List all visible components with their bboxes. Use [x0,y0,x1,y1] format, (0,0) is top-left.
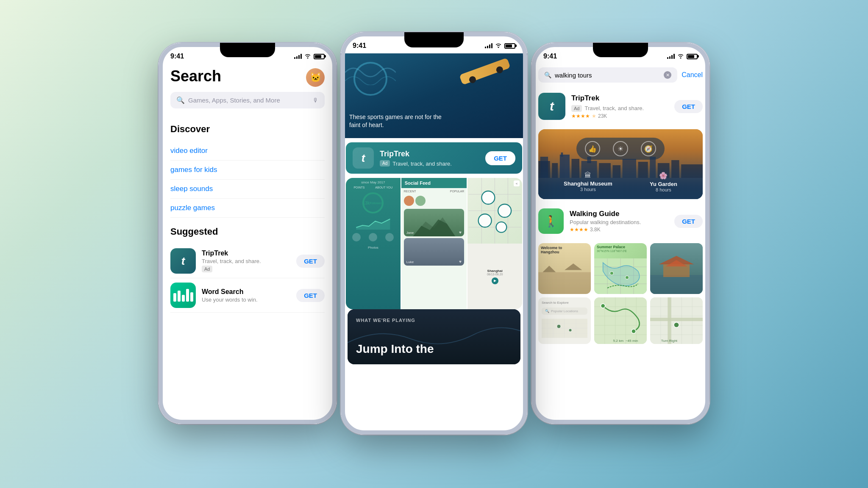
center-phone: 9:41 [341,32,527,435]
center-battery-icon [504,43,515,49]
triptrek-get-btn[interactable]: GET [296,255,325,268]
what-playing-title: Jump Into the [356,342,434,356]
center-triptrek-card[interactable]: t TripTrek Ad Travel, track, and share. … [346,142,522,174]
right-phone: 9:41 🔍 walking tours ✕ Cancel [531,43,709,424]
triptrek-result[interactable]: t TripTrek Ad Travel, track, and share. … [531,88,709,125]
svg-text:Turn Right: Turn Right [661,339,678,343]
search-placeholder: Games, Apps, Stories, and More [188,97,309,104]
walking-guide-get-btn[interactable]: GET [674,215,703,228]
svg-rect-40 [650,275,703,294]
screenshot-col-2: Social Feed RECENTPOPULAR Jane ♥ [401,178,467,309]
triptrek-result-name: TripTrek [571,94,668,103]
yu-garden-name: Yu Garden [650,181,677,187]
svg-point-77 [674,322,679,327]
center-get-btn[interactable]: GET [485,151,515,165]
app-item-triptrek[interactable]: t TripTrek Travel, track, and share. Ad … [170,244,325,278]
center-triptrek-info: TripTrek Ad Travel, track, and share. [380,150,479,167]
thumbnails-grid-2: Search to Explore 🔍 Popular Locations [538,297,703,344]
what-playing-banner: WHAT WE'RE PLAYING Jump Into the [348,309,520,364]
svg-point-37 [610,272,613,275]
thumb-search-explore[interactable]: Search to Explore 🔍 Popular Locations [538,297,591,344]
wordsearch-icon [170,283,196,308]
battery-icon [314,54,325,59]
svg-point-11 [479,214,492,227]
yu-garden-hours: 8 hours [650,187,677,192]
screenshots-preview: since May 2017 POINTSABOUT YOU 13kFollow… [346,178,522,309]
right-search-icon: 🔍 [544,72,551,78]
signal-icon [294,54,302,59]
mic-icon: 🎙 [313,97,319,104]
wordsearch-info: Word Search Use your words to win. [202,288,290,303]
hero-banner-text: These sports games are not for the faint… [349,113,442,130]
triptrek-result-ad: Ad [571,105,582,112]
discover-item-1[interactable]: video editor [170,141,325,161]
center-triptrek-name: TripTrek [380,150,479,158]
triptrek-reviews: 23K [598,113,607,119]
triptrek-ad-badge: Ad [202,266,212,272]
walking-guide-desc: Popular walking destinations. [570,219,668,225]
center-signal-icon [485,43,492,48]
suggested-title: Suggested [170,226,325,237]
right-status-icons [667,53,698,60]
svg-point-38 [625,276,629,279]
right-time: 9:41 [543,53,557,60]
avatar: 🐱 [306,68,325,87]
search-title: Search [170,67,221,85]
center-status-icons [485,42,515,50]
left-screen: Search 🐱 🔍 Games, Apps, Stories, and Mor… [159,64,337,424]
what-playing-label: WHAT WE'RE PLAYING [356,318,415,323]
screenshot-col-3: < Shanghai 08/13-08.20 ▶ [467,178,522,309]
featured-overlay: 🏛 Shanghai Museum 3 hours 🌸 Yu Garden 8 … [538,165,703,199]
wordsearch-get-btn[interactable]: GET [296,289,325,302]
thumb-route-map[interactable]: 5.2 km ~45 min [594,297,647,344]
left-notch [220,43,275,57]
triptrek-result-info: TripTrek Ad Travel, track, and share. ★★… [571,94,668,119]
walking-guide-reviews: 3.8K [590,227,601,233]
right-notch [593,43,648,57]
walking-guide-icon: 🚶 [538,208,564,234]
search-results-header: 🔍 walking tours ✕ Cancel [531,64,709,88]
discover-title: Discover [170,124,325,135]
shanghai-museum-place: 🏛 Shanghai Museum 3 hours [564,172,612,192]
svg-point-63 [632,329,636,333]
center-app-card: t TripTrek Ad Travel, track, and share. … [346,142,522,174]
discover-item-4[interactable]: puzzle games [170,199,325,218]
svg-point-62 [601,304,605,308]
center-notch [404,32,464,47]
walking-guide-item[interactable]: 🚶 Walking Guide Popular walking destinat… [531,203,709,239]
discover-item-3[interactable]: sleep sounds [170,180,325,199]
walking-guide-info: Walking Guide Popular walking destinatio… [570,210,668,233]
yu-garden-place: 🌸 Yu Garden 8 hours [650,172,677,192]
featured-banner: 👍 ☀ 🧭 [538,129,703,199]
svg-point-10 [498,204,511,217]
suggested-section: Suggested t TripTrek Travel, track, and … [159,226,337,313]
thumb-welcome[interactable]: Welcome to Hangzhou [538,243,591,294]
triptrek-result-get-btn[interactable]: GET [674,100,703,113]
wifi-icon [304,53,311,60]
triptrek-info: TripTrek Travel, track, and share. Ad [202,250,290,272]
search-input-value: walking tours [555,72,660,79]
search-input-filled[interactable]: 🔍 walking tours ✕ [538,67,677,83]
phones-container: 9:41 Search 🐱 [137,22,731,466]
cancel-search-btn[interactable]: Cancel [682,71,703,79]
center-triptrek-icon: t [353,147,374,169]
shanghai-museum-hours: 3 hours [564,187,612,192]
clear-search-btn[interactable]: ✕ [664,71,671,79]
center-time: 9:41 [353,42,366,50]
center-triptrek-ad: Ad Travel, track, and share. [380,160,452,167]
thumb-summer-palace-map[interactable]: Summer Palace 30°N15'N 116°N07.0'E [594,243,647,294]
left-phone: 9:41 Search 🐱 [159,43,337,424]
svg-rect-20 [587,157,591,163]
svg-point-52 [569,329,572,332]
discover-item-2[interactable]: games for kids [170,161,325,180]
thumb-map-detail[interactable]: Turn Right [650,297,703,344]
app-item-wordsearch[interactable]: Word Search Use your words to win. GET [170,278,325,313]
thumb-summer-palace-photo[interactable]: SummerPalace [650,243,703,294]
left-status-icons [294,53,325,60]
svg-marker-0 [356,219,390,230]
left-time: 9:41 [170,53,184,60]
search-bar[interactable]: 🔍 Games, Apps, Stories, and More 🎙 [170,92,325,108]
svg-rect-17 [561,152,563,157]
svg-marker-2 [413,219,455,236]
center-ad-badge: Ad [380,160,390,166]
